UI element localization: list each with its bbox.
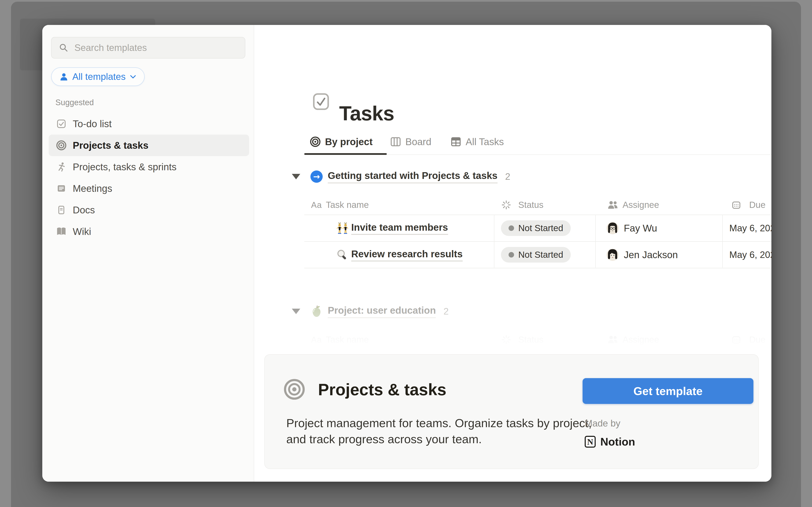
- tab-board[interactable]: Board: [390, 131, 432, 152]
- search-templates-input[interactable]: [74, 42, 238, 53]
- sidebar-item-wiki[interactable]: Wiki: [49, 221, 249, 242]
- tasks-table-faded: Aa Task name Status Assignee Due: [304, 330, 771, 349]
- table-header-row: Aa Task name Status Assignee Due: [304, 330, 771, 349]
- view-tabs: By project Board All Tasks: [254, 131, 771, 155]
- target-icon: [283, 378, 305, 400]
- author-name: Notion: [600, 435, 635, 448]
- calendar-icon: [731, 335, 741, 345]
- column-header-status[interactable]: Status: [518, 200, 544, 210]
- column-divider: [494, 215, 494, 268]
- sidebar-item-label: Meetings: [73, 183, 112, 194]
- chevron-down-icon: [130, 74, 136, 79]
- table-grid-icon: [450, 136, 461, 147]
- sidebar-item-todo-list[interactable]: To-do list: [49, 113, 249, 134]
- column-header-assignee[interactable]: Assignee: [622, 200, 659, 210]
- get-template-button[interactable]: Get template: [582, 378, 753, 404]
- tab-label: All Tasks: [466, 136, 504, 148]
- sidebar-item-label: Projects, tasks & sprints: [73, 161, 176, 173]
- template-sidebar: All templates Suggested To-do list Proje…: [42, 25, 254, 482]
- active-tab-underline: [304, 153, 387, 155]
- section-header-getting-started: → Getting started with Projects & tasks …: [292, 169, 510, 185]
- status-spinner-icon: [501, 200, 511, 210]
- blue-arrow-circle-icon: →: [310, 170, 323, 183]
- status-dot: [509, 252, 514, 258]
- sidebar-item-label: To-do list: [73, 118, 112, 129]
- notion-logo-icon: N: [585, 436, 596, 448]
- sidebar-item-meetings[interactable]: Meetings: [49, 178, 249, 199]
- dancing-pair-icon: [336, 222, 349, 234]
- column-divider: [595, 215, 596, 268]
- text-type-icon: Aa: [311, 335, 322, 345]
- all-templates-filter-chip[interactable]: All templates: [51, 67, 145, 86]
- column-header-due: Due: [749, 335, 765, 345]
- board-columns-icon: [390, 136, 401, 147]
- template-gallery-modal: All templates Suggested To-do list Proje…: [42, 25, 771, 482]
- green-apple-icon: [310, 305, 323, 318]
- sidebar-item-projects-tasks[interactable]: Projects & tasks: [49, 134, 249, 156]
- status-dot: [509, 225, 514, 231]
- task-link[interactable]: Invite team members: [351, 222, 448, 235]
- filter-chip-label: All templates: [72, 71, 125, 82]
- status-spinner-icon: [501, 335, 511, 345]
- people-icon: [608, 335, 618, 344]
- status-badge[interactable]: Not Started: [501, 247, 571, 263]
- calendar-icon: [731, 200, 741, 210]
- sidebar-item-label: Docs: [73, 204, 95, 216]
- column-header-due[interactable]: Due: [749, 200, 765, 210]
- template-preview: Tasks By project Board All Tasks: [254, 25, 771, 482]
- sidebar-item-label: Projects & tasks: [73, 139, 148, 151]
- tab-label: Board: [405, 136, 432, 148]
- avatar: [606, 222, 619, 234]
- open-book-icon: [56, 226, 67, 237]
- target-icon: [56, 140, 67, 151]
- todo-checkbox-icon: [56, 118, 67, 129]
- template-info-card: Projects & tasks Project management for …: [264, 354, 759, 469]
- avatar: [606, 249, 619, 261]
- tab-all-tasks[interactable]: All Tasks: [450, 131, 504, 152]
- meeting-notes-icon: [56, 183, 67, 194]
- section-count: 2: [505, 171, 510, 182]
- template-menu: To-do list Projects & tasks Projects, ta…: [49, 113, 249, 242]
- person-icon: [60, 72, 68, 81]
- text-type-icon: Aa: [311, 200, 322, 210]
- checkbox-page-icon: [312, 93, 330, 110]
- runner-icon: [56, 161, 67, 172]
- search-templates-box[interactable]: [51, 37, 245, 59]
- table-header-row: Aa Task name Status Assignee Due: [304, 195, 771, 215]
- page-title: Tasks: [339, 102, 394, 125]
- tab-label: By project: [325, 136, 372, 148]
- status-badge[interactable]: Not Started: [501, 220, 571, 236]
- magnifier-icon: [336, 249, 349, 261]
- assignee-cell[interactable]: Jen Jackson: [606, 249, 678, 261]
- section-header-user-education: Project: user education 2: [292, 303, 449, 320]
- section-title-link[interactable]: Project: user education: [328, 304, 436, 318]
- task-link[interactable]: Review research results: [351, 248, 463, 262]
- column-divider: [722, 215, 723, 268]
- target-icon: [310, 136, 321, 147]
- document-icon: [56, 205, 67, 216]
- sidebar-item-projects-tasks-sprints[interactable]: Projects, tasks & sprints: [49, 156, 249, 178]
- due-date[interactable]: May 6, 202: [729, 249, 771, 260]
- author-row[interactable]: N Notion: [585, 435, 635, 448]
- due-date[interactable]: May 6, 202: [729, 223, 771, 233]
- section-title-link[interactable]: Getting started with Projects & tasks: [328, 170, 498, 183]
- sidebar-item-label: Wiki: [73, 226, 91, 237]
- template-card-title: Projects & tasks: [318, 380, 446, 399]
- table-row[interactable]: Invite team members Not Started Fay Wu M…: [304, 215, 771, 242]
- tasks-table: Aa Task name Status Assignee Due: [304, 195, 771, 268]
- column-header-task-name[interactable]: Task name: [326, 200, 369, 210]
- made-by-label: Made by: [585, 418, 620, 429]
- sidebar-item-docs[interactable]: Docs: [49, 199, 249, 221]
- people-icon: [608, 200, 618, 210]
- assignee-cell[interactable]: Fay Wu: [606, 222, 657, 234]
- column-header-assignee: Assignee: [622, 335, 659, 345]
- section-count: 2: [444, 306, 449, 317]
- collapse-triangle-icon[interactable]: [292, 174, 300, 179]
- column-header-task-name: Task name: [326, 335, 369, 345]
- template-card-description: Project management for teams. Organize t…: [286, 415, 604, 447]
- sidebar-section-label: Suggested: [55, 98, 94, 107]
- tab-by-project[interactable]: By project: [310, 131, 372, 152]
- collapse-triangle-icon[interactable]: [292, 308, 300, 314]
- column-header-status: Status: [518, 335, 544, 345]
- table-row[interactable]: Review research results Not Started Jen …: [304, 242, 771, 268]
